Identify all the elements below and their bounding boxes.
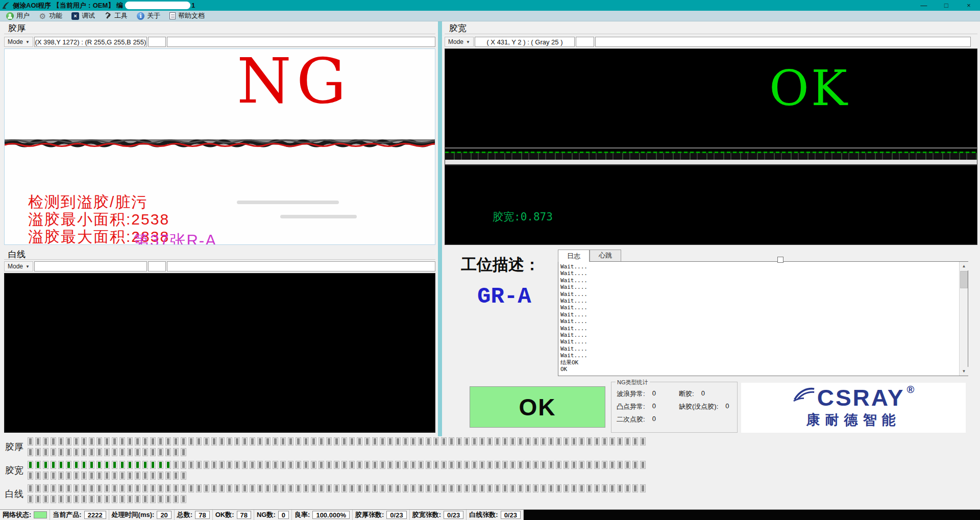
progress-cell [640, 461, 646, 469]
small-field[interactable] [576, 37, 594, 47]
progress-cell [495, 437, 500, 445]
wide-field[interactable] [595, 37, 971, 47]
menu-item-help-doc[interactable]: 帮助文档 [166, 11, 211, 21]
progress-cell [112, 437, 117, 445]
progress-cell [165, 437, 171, 445]
log-line: Wait.... [560, 270, 966, 277]
small-field[interactable] [148, 261, 166, 271]
progress-cell [119, 437, 125, 445]
vertical-splitter[interactable] [438, 21, 442, 436]
tab-log[interactable]: 日志 [558, 250, 590, 262]
log-scrollbar[interactable]: ▲ ▼ [959, 262, 968, 376]
progress-cell [456, 461, 462, 469]
progress-cell [28, 495, 33, 503]
window-title: 侧涂AOI程序 【当前用户：OEM】 编 [13, 1, 123, 10]
progress-cell [410, 461, 416, 469]
log-line: Wait.... [560, 284, 966, 290]
progress-cell [640, 484, 646, 492]
pixel-coord-field[interactable]: (X 398,Y 1272) : (R 255,G 255,B 255) [34, 37, 147, 47]
progress-cell [242, 461, 248, 469]
progress-cell [158, 484, 163, 492]
log-line: Wait.... [560, 291, 966, 298]
progress-cell [66, 461, 71, 469]
menu-item-user[interactable]: 用户 [3, 11, 36, 21]
progress-cell [257, 484, 263, 492]
scroll-up-icon[interactable]: ▲ [960, 262, 968, 270]
progress-cell [433, 484, 439, 492]
progress-cell [479, 461, 485, 469]
progress-cell [96, 448, 102, 456]
mode-dropdown[interactable]: Mode▼ [4, 261, 33, 271]
progress-cell [456, 437, 462, 445]
progress-cell [617, 437, 623, 445]
progress-cell [334, 484, 339, 492]
progress-cell [296, 437, 301, 445]
ng-stat-row: 二次点胶:0 [617, 415, 656, 424]
progress-group: 胶厚 [5, 437, 648, 456]
mode-dropdown[interactable]: Mode▼ [4, 37, 33, 47]
log-line: Wait.... [560, 345, 966, 352]
progress-cell [74, 461, 79, 469]
progress-cell [472, 484, 477, 492]
progress-cell [556, 461, 561, 469]
progress-cell [326, 437, 332, 445]
minimize-button[interactable]: — [913, 0, 935, 11]
wide-field[interactable] [167, 37, 435, 47]
progress-cell [395, 484, 401, 492]
menu-item-gear[interactable]: 功能 [36, 11, 68, 21]
progress-cell [227, 461, 232, 469]
progress-cell [142, 461, 148, 469]
progress-cell [265, 437, 271, 445]
progress-cell [66, 472, 71, 480]
progress-cell [112, 448, 117, 456]
progress-cell [357, 437, 362, 445]
progress-cell [58, 495, 64, 503]
menu-item-about[interactable]: 关于 [134, 11, 166, 21]
progress-cell [165, 495, 171, 503]
status-value: 100.000% [312, 511, 350, 519]
image-view-jiaohou[interactable]: NG 检测到溢胶/脏污 溢胶最小面积:2538 溢胶最大面积:2838 第37张… [4, 48, 435, 245]
scrollbar-thumb[interactable] [960, 271, 968, 288]
progress-cell [625, 484, 630, 492]
chevron-down-icon: ▼ [26, 40, 30, 44]
status-item: 胶厚张数:0/23 [353, 510, 410, 520]
chevron-down-icon: ▼ [466, 40, 470, 44]
log-checkbox[interactable] [777, 257, 783, 263]
small-field[interactable] [148, 37, 166, 47]
progress-cell [89, 437, 94, 445]
tab-heartbeat[interactable]: 心跳 [590, 250, 621, 261]
progress-grid: 胶厚 胶宽 白线 [5, 437, 648, 508]
result-text-ng: NG [237, 48, 351, 117]
wide-field[interactable] [167, 261, 435, 271]
progress-cell [112, 461, 117, 469]
status-value: 0/23 [501, 511, 521, 519]
panel-title-jiaokuan: 胶宽 [449, 22, 467, 34]
progress-cell [418, 484, 424, 492]
progress-cell [579, 461, 584, 469]
menu-item-wrench[interactable]: 工具 [101, 11, 134, 21]
progress-cell [74, 484, 79, 492]
progress-cell [586, 461, 592, 469]
progress-cell [173, 448, 179, 456]
panel-title-jiaohou: 胶厚 [8, 22, 26, 34]
progress-cell [341, 461, 347, 469]
log-line: Wait.... [560, 298, 966, 304]
progress-cell [142, 484, 148, 492]
mode-dropdown[interactable]: Mode▼ [445, 37, 474, 47]
pixel-coord-field[interactable] [34, 261, 147, 271]
close-button[interactable]: × [958, 0, 980, 11]
log-list[interactable]: Wait....Wait....Wait....Wait....Wait....… [558, 261, 968, 376]
pixel-coord-field[interactable]: ( X 431, Y 2 ) : ( Gray 25 ) [475, 37, 575, 47]
progress-cell [495, 484, 500, 492]
ng-stat-row: 断胶:0 [679, 389, 729, 399]
scroll-down-icon[interactable]: ▼ [960, 367, 968, 376]
image-view-baixian[interactable] [4, 273, 435, 433]
maximize-button[interactable]: □ [935, 0, 958, 11]
menu-item-debug[interactable]: 调试 [68, 11, 101, 21]
progress-cell [472, 437, 477, 445]
progress-cell [548, 437, 554, 445]
progress-cell [479, 437, 485, 445]
progress-cell [525, 437, 531, 445]
divider [445, 34, 977, 34]
image-view-jiaokuan[interactable]: OK 胶宽:0.873 [445, 48, 977, 245]
